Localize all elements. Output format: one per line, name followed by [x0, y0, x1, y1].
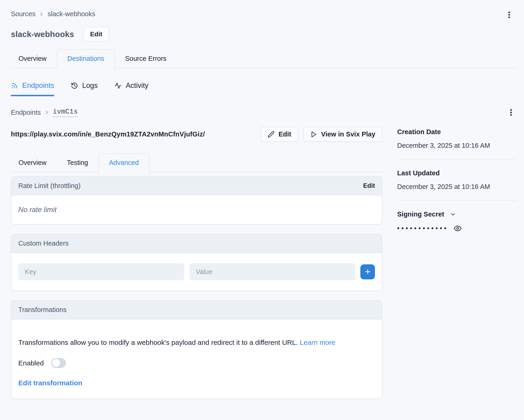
- sidebar-divider: [397, 200, 517, 201]
- custom-headers-title: Custom Headers: [18, 240, 69, 247]
- endpoint-breadcrumb-root-link[interactable]: Endpoints: [11, 109, 41, 116]
- pencil-icon: [268, 131, 274, 138]
- transformations-card-header: Transformations: [11, 301, 382, 319]
- creation-date-value: December 3, 2025 at 10:16 AM: [397, 142, 517, 149]
- subtab-endpoints-label: Endpoints: [22, 81, 54, 90]
- transformations-description: Transformations allow you to modify a we…: [18, 336, 361, 348]
- header-value-input[interactable]: [189, 263, 355, 280]
- page-kebab-menu-button[interactable]: [504, 10, 514, 20]
- page-title: slack-webhooks: [11, 30, 74, 39]
- reveal-secret-button[interactable]: [454, 224, 462, 232]
- endpoint-breadcrumb: Endpoints ivmC1s: [11, 107, 517, 118]
- pulse-icon: [114, 82, 122, 89]
- view-in-svix-play-label: View in Svix Play: [321, 130, 376, 138]
- custom-headers-card: Custom Headers: [11, 234, 382, 291]
- rate-limit-card-header: Rate Limit (throttling) Edit: [11, 177, 382, 196]
- signing-secret-label: Signing Secret: [397, 210, 444, 218]
- transformations-description-text: Transformations allow you to modify a we…: [18, 339, 300, 346]
- subtab-endpoints[interactable]: Endpoints: [11, 81, 54, 96]
- transformations-title: Transformations: [18, 306, 66, 314]
- rate-limit-card-body: No rate limit: [11, 196, 382, 224]
- transformation-enabled-toggle[interactable]: [51, 358, 66, 368]
- eye-icon: [454, 224, 462, 232]
- history-clock-icon: [71, 82, 78, 89]
- endpoint-kebab-menu-button[interactable]: [506, 107, 516, 118]
- transformations-card: Transformations Transformations allow yo…: [11, 300, 382, 399]
- subtab-logs[interactable]: Logs: [71, 81, 98, 96]
- tab-overview[interactable]: Overview: [11, 50, 57, 68]
- signing-secret-row: ••••••••••••: [397, 224, 517, 232]
- endpoint-url-row: https://play.svix.com/in/e_BenzQym19ZTA2…: [11, 127, 382, 142]
- custom-headers-form: [11, 253, 382, 291]
- custom-headers-card-header: Custom Headers: [11, 234, 382, 253]
- breadcrumb-current: slack-webhooks: [47, 10, 95, 18]
- learn-more-link[interactable]: Learn more: [300, 339, 335, 346]
- signing-secret-masked-value: ••••••••••••: [397, 225, 448, 232]
- endpoint-main-column: https://play.svix.com/in/e_BenzQym19ZTA2…: [11, 127, 382, 399]
- endpoint-url: https://play.svix.com/in/e_BenzQym19ZTA2…: [11, 130, 205, 138]
- view-in-svix-play-button[interactable]: View in Svix Play: [303, 127, 382, 142]
- edit-transformation-link[interactable]: Edit transformation: [18, 379, 375, 387]
- breadcrumb-sources-link[interactable]: Sources: [11, 10, 35, 18]
- source-tabbar: Overview Destinations Source Errors: [11, 49, 517, 69]
- subtab-activity-label: Activity: [126, 81, 148, 90]
- play-icon: [310, 131, 317, 138]
- sidebar-divider: [397, 159, 517, 160]
- chevron-right-icon: [44, 110, 50, 115]
- header-key-input[interactable]: [18, 263, 184, 280]
- plus-icon: [364, 268, 372, 276]
- rate-limit-empty-text: No rate limit: [18, 206, 56, 214]
- page: Sources slack-webhooks slack-webhooks Ed…: [0, 0, 524, 420]
- add-header-button[interactable]: [360, 264, 375, 279]
- endpoint-tabbar: Overview Testing Advanced: [11, 153, 382, 172]
- endpoint-edit-button[interactable]: Edit: [261, 127, 298, 142]
- title-row: slack-webhooks Edit: [11, 27, 517, 41]
- toggle-knob: [52, 359, 60, 367]
- rss-feed-icon: [11, 82, 18, 89]
- creation-date-label: Creation Date: [397, 128, 517, 136]
- endpoint-sidebar: Creation Date December 3, 2025 at 10:16 …: [397, 127, 517, 399]
- signing-secret-expander[interactable]: Signing Secret: [397, 210, 517, 218]
- endpoint-tab-advanced[interactable]: Advanced: [98, 153, 149, 172]
- transformations-card-body: Transformations allow you to modify a we…: [11, 319, 382, 398]
- enabled-label: Enabled: [18, 359, 44, 367]
- kebab-icon: [505, 10, 514, 19]
- tab-destinations[interactable]: Destinations: [57, 49, 115, 69]
- endpoint-edit-label: Edit: [279, 130, 291, 138]
- transformation-enabled-row: Enabled: [18, 358, 375, 368]
- subtab-activity[interactable]: Activity: [114, 81, 148, 96]
- rate-limit-edit-button[interactable]: Edit: [363, 182, 375, 189]
- chevron-down-icon: [450, 211, 456, 218]
- subtab-logs-label: Logs: [82, 81, 98, 90]
- chevron-right-icon: [39, 11, 44, 17]
- breadcrumb: Sources slack-webhooks: [11, 10, 517, 18]
- destination-subtabs: Endpoints Logs Activity: [11, 81, 517, 96]
- endpoint-tab-testing[interactable]: Testing: [57, 154, 98, 172]
- last-updated-label: Last Updated: [397, 169, 517, 177]
- rate-limit-card: Rate Limit (throttling) Edit No rate lim…: [11, 176, 382, 224]
- source-edit-button[interactable]: Edit: [83, 27, 109, 41]
- endpoint-tab-overview[interactable]: Overview: [11, 154, 57, 172]
- tab-source-errors[interactable]: Source Errors: [115, 50, 177, 68]
- rate-limit-title: Rate Limit (throttling): [18, 182, 80, 190]
- endpoint-id[interactable]: ivmC1s: [53, 108, 78, 117]
- kebab-icon: [507, 108, 516, 117]
- last-updated-value: December 3, 2025 at 10:16 AM: [397, 183, 517, 191]
